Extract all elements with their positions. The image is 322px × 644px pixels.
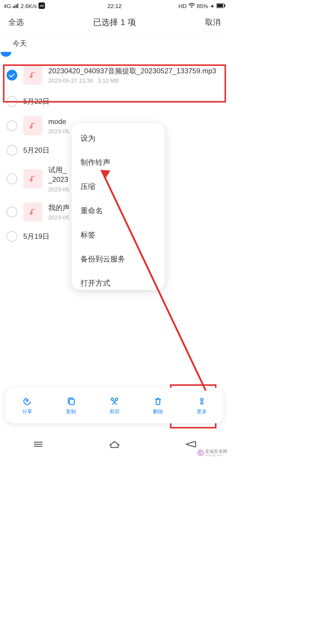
svg-point-21 — [201, 402, 203, 404]
file-row-selected[interactable]: 20230420_040937音频提取_20230527_133759.mp3 … — [0, 59, 229, 91]
charging-icon: ✦ — [210, 3, 215, 10]
checkbox[interactable] — [7, 120, 17, 131]
svg-point-10 — [30, 126, 32, 128]
popup-compress[interactable]: 压缩 — [72, 174, 165, 199]
wifi-icon — [188, 3, 195, 10]
cut-label: 剪切 — [109, 408, 120, 415]
cut-icon — [109, 396, 120, 406]
popup-tag[interactable]: 标签 — [72, 223, 165, 247]
svg-rect-1 — [14, 5, 15, 8]
select-all-button[interactable]: 全选 — [8, 17, 24, 27]
copy-label: 复制 — [66, 408, 76, 415]
checkbox[interactable] — [7, 231, 17, 242]
nav-home-icon[interactable] — [108, 440, 121, 449]
svg-rect-0 — [13, 6, 14, 8]
watermark-text: 龙城安卓网 — [205, 449, 227, 454]
delete-label: 删除 — [153, 408, 163, 415]
group-row[interactable]: 5月22日 — [0, 91, 229, 112]
hd-indicator: HD — [179, 3, 187, 10]
app-icon — [38, 2, 45, 10]
battery-percent: 85% — [197, 3, 208, 10]
signal-icon — [13, 3, 19, 10]
selection-header: 全选 已选择 1 项 取消 — [0, 13, 229, 32]
file-meta: 2023-05-27 13:38 3.12 MB — [48, 78, 225, 84]
checkbox-checked[interactable] — [7, 70, 17, 80]
music-file-icon — [23, 66, 42, 85]
clock: 22:12 — [107, 3, 122, 10]
svg-point-9 — [30, 75, 32, 78]
more-icon — [197, 396, 207, 406]
selection-title: 已选择 1 项 — [93, 17, 136, 28]
popup-rename[interactable]: 重命名 — [72, 199, 165, 223]
copy-button[interactable]: 复制 — [66, 396, 76, 415]
svg-point-12 — [30, 212, 32, 214]
section-today: 今天 — [0, 32, 229, 54]
cut-button[interactable]: 剪切 — [109, 396, 120, 415]
network-speed: 2.6K/s — [21, 3, 37, 10]
delete-button[interactable]: 删除 — [153, 396, 163, 415]
group-date-label: 5月20日 — [23, 145, 49, 155]
network-type: 4G — [4, 3, 11, 10]
section-today-label: 今天 — [13, 39, 27, 48]
share-icon — [22, 396, 32, 406]
svg-rect-17 — [69, 399, 74, 405]
watermark-logo-icon: C — [198, 450, 204, 456]
more-actions-popup: 设为 制作铃声 压缩 重命名 标签 备份到云服务 打开方式 — [72, 123, 165, 290]
delete-icon — [153, 396, 163, 406]
popup-set-as[interactable]: 设为 — [72, 126, 165, 150]
popup-backup-cloud[interactable]: 备份到云服务 — [72, 247, 165, 271]
more-button[interactable]: 更多 — [197, 396, 207, 415]
svg-point-11 — [30, 179, 32, 182]
share-button[interactable]: 分享 — [22, 396, 32, 415]
checkbox[interactable] — [7, 174, 17, 184]
partial-checkbox-peek — [1, 52, 11, 57]
music-file-icon — [23, 116, 42, 135]
svg-point-20 — [201, 398, 203, 401]
svg-rect-2 — [16, 4, 17, 8]
nav-recents-icon[interactable] — [31, 440, 45, 449]
svg-rect-8 — [225, 5, 225, 7]
popup-open-with[interactable]: 打开方式 — [72, 271, 165, 290]
music-file-icon — [23, 202, 42, 222]
music-file-icon — [23, 169, 42, 188]
status-bar: 4G 2.6K/s 22:12 HD 85% ✦ — [0, 0, 229, 13]
popup-make-ringtone[interactable]: 制作铃声 — [72, 150, 165, 174]
group-date-label: 5月19日 — [23, 232, 49, 241]
watermark-url: www.lcjfg.com — [205, 454, 227, 457]
battery-icon — [216, 3, 225, 10]
group-date-label: 5月22日 — [23, 97, 49, 106]
more-label: 更多 — [197, 408, 207, 415]
system-nav-bar — [0, 436, 229, 453]
file-name: 20230420_040937音频提取_20230527_133759.mp3 — [48, 66, 225, 76]
checkbox[interactable] — [7, 207, 17, 217]
watermark: C 龙城安卓网 www.lcjfg.com — [198, 449, 227, 457]
checkbox[interactable] — [7, 145, 17, 156]
svg-rect-3 — [17, 4, 18, 8]
nav-back-icon[interactable] — [184, 440, 198, 449]
checkbox[interactable] — [7, 96, 17, 107]
bottom-action-bar: 分享 复制 剪切 删除 更多 — [5, 388, 224, 423]
cancel-button[interactable]: 取消 — [205, 17, 221, 27]
svg-point-5 — [191, 7, 192, 8]
share-label: 分享 — [22, 408, 32, 415]
copy-icon — [66, 396, 76, 406]
svg-rect-7 — [217, 4, 223, 7]
